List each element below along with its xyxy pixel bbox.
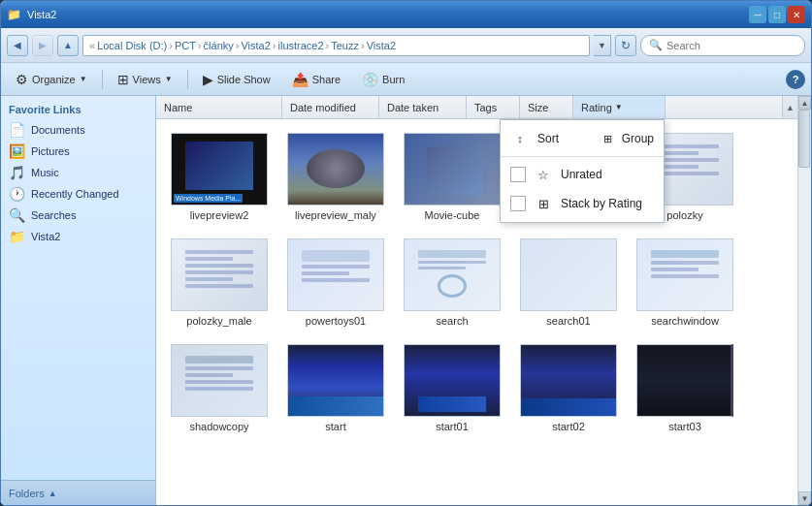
path-localdisk: Local Disk (D:) xyxy=(97,40,167,51)
dropdown-unrated-item[interactable]: ☆ Unrated xyxy=(501,160,664,189)
sidebar: Favorite Links 📄 Documents 🖼️ Pictures 🎵… xyxy=(1,96,156,505)
file-item-start01[interactable]: start01 xyxy=(399,340,505,436)
file-item-shadowcopy[interactable]: shadowcopy xyxy=(166,340,273,436)
file-item-search01[interactable]: search01 xyxy=(515,235,622,331)
col-tags[interactable]: Tags xyxy=(467,96,520,118)
dropdown-sort-label: Sort xyxy=(537,132,559,145)
file-item-polozky-male[interactable]: polozky_male xyxy=(166,235,273,331)
file-thumb-livepreview-maly xyxy=(287,133,384,206)
dropdown-stack-rating-item[interactable]: ⊞ Stack by Rating xyxy=(501,189,664,218)
dropdown-group-label: Group xyxy=(622,132,654,145)
wmp-badge-1: Windows Media Pla... xyxy=(174,194,243,203)
views-button[interactable]: ⊞ Views ▼ xyxy=(109,67,181,92)
folders-footer[interactable]: Folders ▲ xyxy=(1,480,155,505)
path-dropdown-button[interactable]: ▼ xyxy=(594,35,611,56)
sidebar-item-music[interactable]: 🎵 Music xyxy=(1,162,155,183)
stack-checkbox[interactable] xyxy=(510,196,526,211)
file-name-start02: start02 xyxy=(552,421,585,432)
path-clanky: články xyxy=(204,40,234,51)
sort-icon: ↕ xyxy=(510,129,530,148)
file-item-livepreview2[interactable]: Windows Media Pla... livepreview2 xyxy=(166,129,273,225)
content-area: Name Date modified Date taken Tags Size xyxy=(156,96,811,505)
path-vista2: Vista2 xyxy=(241,40,270,51)
scroll-thumb[interactable] xyxy=(798,110,810,168)
col-size[interactable]: Size xyxy=(520,96,573,118)
sidebar-item-documents[interactable]: 📄 Documents xyxy=(1,119,155,141)
path-ilustrace2: ilustrace2 xyxy=(278,40,324,51)
unrated-checkbox[interactable] xyxy=(510,167,526,182)
column-headers: Name Date modified Date taken Tags Size xyxy=(156,96,797,119)
col-name[interactable]: Name xyxy=(156,96,282,118)
scrollbar: ▲ ▼ xyxy=(797,96,811,505)
col-scroll-up[interactable]: ▲ xyxy=(782,96,797,118)
dropdown-divider xyxy=(501,156,664,157)
sidebar-item-vista2[interactable]: 📁 Vista2 xyxy=(1,226,155,247)
file-name-polozky-male: polozky_male xyxy=(186,315,251,327)
address-path[interactable]: « Local Disk (D:) › PCT › články › Vista… xyxy=(82,35,590,56)
file-thumb-movie-cube xyxy=(404,133,501,206)
file-item-searchwindow[interactable]: searchwindow xyxy=(632,235,738,331)
burn-icon: 💿 xyxy=(362,72,378,87)
folders-expand-icon: ▲ xyxy=(49,489,57,498)
searches-icon: 🔍 xyxy=(9,207,25,223)
scroll-up-button[interactable]: ▲ xyxy=(798,96,811,110)
up-button[interactable]: ▲ xyxy=(57,35,79,56)
search-input[interactable] xyxy=(666,40,793,51)
dropdown-sort-item[interactable]: ↕ Sort ⊞ Group xyxy=(501,124,664,153)
scroll-down-button[interactable]: ▼ xyxy=(798,491,811,505)
file-thumb-shadowcopy xyxy=(171,344,268,417)
organize-button[interactable]: ⚙ Organize ▼ xyxy=(7,67,96,92)
file-name-shadowcopy: shadowcopy xyxy=(189,421,248,432)
forward-button[interactable]: ▶ xyxy=(32,35,53,56)
file-thumb-polozky-male xyxy=(171,238,268,311)
file-item-start03[interactable]: start03 xyxy=(632,340,738,436)
file-thumb-start01 xyxy=(404,344,501,417)
documents-icon: 📄 xyxy=(9,122,25,138)
maximize-button[interactable]: □ xyxy=(768,6,786,23)
folders-label: Folders xyxy=(9,488,45,499)
slideshow-icon: ▶ xyxy=(203,72,213,87)
back-button[interactable]: ◀ xyxy=(7,35,28,56)
help-button[interactable]: ? xyxy=(786,70,805,89)
path-vista2-final: Vista2 xyxy=(367,40,396,51)
share-button[interactable]: 📤 Share xyxy=(283,67,349,92)
file-item-start[interactable]: start xyxy=(282,340,389,436)
rating-dropdown-menu: ↕ Sort ⊞ Group ☆ Unr xyxy=(500,119,665,223)
sidebar-item-pictures[interactable]: 🖼️ Pictures xyxy=(1,141,155,162)
file-item-movie-cube[interactable]: Movie-cube xyxy=(399,129,505,225)
col-name-label: Name xyxy=(164,102,192,113)
organize-arrow: ▼ xyxy=(80,75,87,83)
file-name-livepreview-maly: livepreview_maly xyxy=(295,209,376,221)
file-item-start02[interactable]: start02 xyxy=(515,340,622,436)
slideshow-button[interactable]: ▶ Slide Show xyxy=(194,67,279,92)
refresh-button[interactable]: ↻ xyxy=(615,35,636,56)
music-icon: 🎵 xyxy=(9,165,25,180)
file-name-search01: search01 xyxy=(546,315,590,327)
close-button[interactable]: ✕ xyxy=(788,6,805,23)
file-name-searchwindow: searchwindow xyxy=(651,315,719,327)
file-item-search[interactable]: search xyxy=(399,235,505,331)
file-name-powertoys01: powertoys01 xyxy=(306,315,366,327)
col-date-taken[interactable]: Date taken xyxy=(379,96,467,118)
main-area: Favorite Links 📄 Documents 🖼️ Pictures 🎵… xyxy=(1,96,811,505)
file-thumb-start xyxy=(287,344,384,417)
stack-icon: ⊞ xyxy=(534,194,553,213)
file-thumb-start02 xyxy=(520,344,617,417)
burn-button[interactable]: 💿 Burn xyxy=(353,67,413,92)
sidebar-item-searches[interactable]: 🔍 Searches xyxy=(1,205,155,226)
file-item-powertoys01[interactable]: powertoys01 xyxy=(282,235,389,331)
minimize-button[interactable]: ─ xyxy=(749,6,766,23)
views-arrow: ▼ xyxy=(165,75,173,83)
sidebar-item-recently-changed[interactable]: 🕐 Recently Changed xyxy=(1,183,155,205)
file-item-livepreview-maly[interactable]: livepreview_maly xyxy=(282,129,389,225)
col-date-modified[interactable]: Date modified xyxy=(282,96,379,118)
files-grid: Windows Media Pla... livepreview2 livepr… xyxy=(156,119,797,505)
col-rating[interactable]: Rating ▼ ↕ Sort ⊞ Group xyxy=(573,96,666,118)
recently-changed-icon: 🕐 xyxy=(9,186,25,202)
scroll-track xyxy=(798,110,811,491)
col-date-modified-label: Date modified xyxy=(290,102,356,113)
unrated-icon: ☆ xyxy=(534,165,553,184)
organize-icon: ⚙ xyxy=(16,72,28,87)
col-spacer xyxy=(666,96,782,118)
file-name-start03: start03 xyxy=(668,421,701,432)
